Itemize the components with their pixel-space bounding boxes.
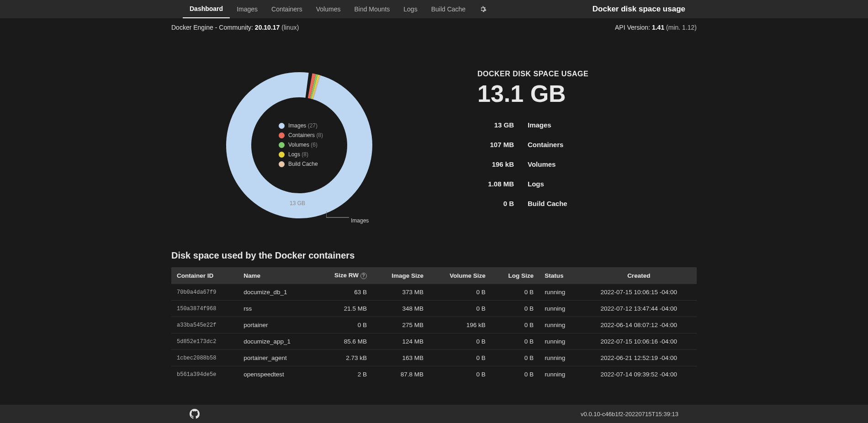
containers-section-title: Disk space used by the Docker containers [171,250,697,261]
summary-label: Build Cache [528,200,588,207]
summary-size: 107 MB [477,141,514,148]
info-bar: Docker Engine - Community: 20.10.17 (lin… [171,24,697,31]
summary-size: 1.08 MB [477,180,514,188]
help-icon[interactable]: ? [360,273,367,279]
legend-item[interactable]: Volumes (6) [279,142,323,148]
cell-size-rw: 2 B [315,366,372,383]
tab-build-cache[interactable]: Build Cache [424,0,473,18]
cell-created: 2022-06-14 08:07:12 -04:00 [581,317,697,333]
summary-label: Logs [528,180,588,188]
containers-table: Container IDNameSize RW?Image SizeVolume… [171,267,697,382]
cell-id: 150a3874f968 [171,301,238,317]
summary-label: Containers [528,141,588,148]
legend-item[interactable]: Build Cache [279,161,323,167]
tab-logs[interactable]: Logs [397,0,424,18]
table-row[interactable]: 5d852e173dc2documize_app_185.6 MB124 MB0… [171,333,697,350]
cell-volume-size: 196 kB [429,317,491,333]
cell-name: documize_app_1 [238,333,315,350]
cell-image-size: 275 MB [372,317,429,333]
topbar: DashboardImagesContainersVolumesBind Mou… [0,0,868,18]
cell-size-rw: 2.73 kB [315,350,372,366]
summary-panel: DOCKER DISK SPACE USAGE 13.1 GB 13 GBIma… [432,45,588,223]
cell-log-size: 0 B [491,317,539,333]
tab-containers[interactable]: Containers [265,0,309,18]
summary-size: 0 B [477,200,514,207]
cell-status: running [539,301,581,317]
cell-created: 2022-07-15 10:06:15 -04:00 [581,284,697,301]
tab-images[interactable]: Images [230,0,265,18]
cell-name: rss [238,301,315,317]
chart-center-label: 13 GB [290,200,305,206]
table-row[interactable]: a33ba545e22fportainer0 B275 MB196 kB0 Br… [171,317,697,333]
footer: v0.0.10-c46b1f2-20220715T15:39:13 [0,405,868,423]
footer-version: v0.0.10-c46b1f2-20220715T15:39:13 [581,411,678,418]
cell-size-rw: 0 B [315,317,372,333]
cell-status: running [539,350,581,366]
cell-image-size: 124 MB [372,333,429,350]
cell-volume-size: 0 B [429,366,491,383]
tab-dashboard[interactable]: Dashboard [183,0,230,18]
legend-item[interactable]: Logs (8) [279,151,323,158]
chart-leader-label: Images [351,217,369,224]
cell-name: portainer [238,317,315,333]
summary-size: 196 kB [477,160,514,168]
tab-volumes[interactable]: Volumes [309,0,348,18]
cell-name: portainer_agent [238,350,315,366]
table-row[interactable]: 70b0a4da67f9documize_db_163 B373 MB0 B0 … [171,284,697,301]
cell-volume-size: 0 B [429,301,491,317]
cell-created: 2022-07-12 13:47:44 -04:00 [581,301,697,317]
cell-log-size: 0 B [491,366,539,383]
nav-tabs: DashboardImagesContainersVolumesBind Mou… [183,0,493,18]
cell-id: 1cbec2088b58 [171,350,238,366]
summary-title: DOCKER DISK SPACE USAGE [477,70,588,78]
cell-status: running [539,366,581,383]
legend-item[interactable]: Containers (8) [279,132,323,138]
summary-label: Images [528,121,588,129]
cell-status: running [539,317,581,333]
cell-log-size: 0 B [491,350,539,366]
cell-size-rw: 21.5 MB [315,301,372,317]
col-container-id[interactable]: Container ID [171,267,238,284]
cell-image-size: 87.8 MB [372,366,429,383]
col-volume-size[interactable]: Volume Size [429,267,491,284]
cell-status: running [539,333,581,350]
cell-id: b561a394de5e [171,366,238,383]
cell-volume-size: 0 B [429,333,491,350]
table-row[interactable]: b561a394de5eopenspeedtest2 B87.8 MB0 B0 … [171,366,697,383]
cell-log-size: 0 B [491,333,539,350]
cell-id: 5d852e173dc2 [171,333,238,350]
cell-id: a33ba545e22f [171,317,238,333]
col-created[interactable]: Created [581,267,697,284]
cell-log-size: 0 B [491,301,539,317]
col-image-size[interactable]: Image Size [372,267,429,284]
col-log-size[interactable]: Log Size [491,267,539,284]
summary-total: 13.1 GB [477,80,588,107]
table-row[interactable]: 1cbec2088b58portainer_agent2.73 kB163 MB… [171,350,697,366]
chart-legend: Images (27)Containers (8)Volumes (6)Logs… [279,122,323,170]
gear-icon[interactable] [472,0,493,18]
cell-volume-size: 0 B [429,350,491,366]
engine-info: Docker Engine - Community: 20.10.17 (lin… [171,24,299,31]
usage-donut-chart: Images (27)Containers (8)Volumes (6)Logs… [171,45,409,223]
table-row[interactable]: 150a3874f968rss21.5 MB348 MB0 B0 Brunnin… [171,301,697,317]
legend-item[interactable]: Images (27) [279,122,323,129]
col-size-rw[interactable]: Size RW? [315,267,372,284]
cell-size-rw: 85.6 MB [315,333,372,350]
tab-bind-mounts[interactable]: Bind Mounts [347,0,397,18]
cell-id: 70b0a4da67f9 [171,284,238,301]
cell-created: 2022-07-14 09:39:52 -04:00 [581,366,697,383]
col-name[interactable]: Name [238,267,315,284]
cell-image-size: 348 MB [372,301,429,317]
cell-image-size: 373 MB [372,284,429,301]
summary-size: 13 GB [477,121,514,129]
cell-size-rw: 63 B [315,284,372,301]
cell-created: 2022-06-21 12:52:19 -04:00 [581,350,697,366]
github-icon[interactable] [190,409,200,419]
cell-image-size: 163 MB [372,350,429,366]
app-title: Docker disk space usage [593,5,685,14]
col-status[interactable]: Status [539,267,581,284]
cell-created: 2022-07-15 10:06:16 -04:00 [581,333,697,350]
cell-status: running [539,284,581,301]
api-info: API Version: 1.41 (min. 1.12) [615,24,697,31]
summary-label: Volumes [528,160,588,168]
